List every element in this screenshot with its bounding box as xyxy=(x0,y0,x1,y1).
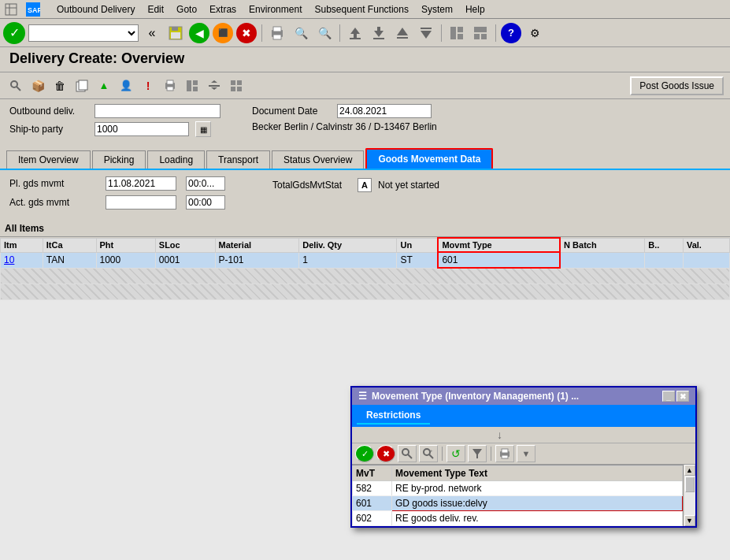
document-date-input[interactable] xyxy=(337,104,432,118)
popup-search2-btn[interactable]: + xyxy=(419,445,438,462)
cell-itm: 10 xyxy=(1,252,43,268)
sub-copy-btn[interactable] xyxy=(72,76,91,95)
popup-table: MvT Movement Type Text 582 RE by-prod. n… xyxy=(352,465,683,526)
cell-val xyxy=(683,252,729,268)
check-button[interactable]: ✓ xyxy=(3,22,25,44)
outbound-deliv-input[interactable] xyxy=(94,104,220,118)
act-gds-mvmt-input[interactable] xyxy=(106,195,176,210)
popup-check-btn[interactable]: ✓ xyxy=(355,445,374,462)
popup-search-btn[interactable] xyxy=(398,445,417,462)
popup-row-582[interactable]: 582 RE by-prod. network xyxy=(353,481,683,496)
menu-extras[interactable]: Extras xyxy=(203,2,243,17)
col-val: Val. xyxy=(683,238,729,252)
sub-find-btn[interactable] xyxy=(6,76,25,95)
back-button[interactable]: « xyxy=(142,23,162,43)
tab-picking[interactable]: Picking xyxy=(92,150,146,169)
popup-minimize-btn[interactable]: _ xyxy=(662,391,675,402)
col-b: B.. xyxy=(645,238,684,252)
popup-title-bar[interactable]: ☰ Movement Type (Inventory Management) (… xyxy=(352,388,695,405)
layout2-button[interactable] xyxy=(470,23,491,43)
pl-gds-mvmt-label: Pl. gds mvmt xyxy=(9,178,96,189)
upload-button[interactable] xyxy=(345,23,365,43)
menu-goto[interactable]: Goto xyxy=(170,2,203,17)
cancel-button[interactable]: ✖ xyxy=(236,23,257,43)
sub-layout3-btn[interactable] xyxy=(183,76,202,95)
menu-subsequent-functions[interactable]: Subsequent Functions xyxy=(308,2,414,17)
act-gds-mvmt-label: Act. gds mvmt xyxy=(9,197,96,208)
svg-rect-15 xyxy=(377,27,380,32)
goods-movement-content: Pl. gds mvmt Act. gds mvmt TotalGdsMvtSt… xyxy=(0,170,730,221)
sub-print2-btn[interactable] xyxy=(161,76,180,95)
svg-rect-40 xyxy=(231,80,235,85)
scroll-down-btn[interactable]: ▼ xyxy=(684,515,695,526)
popup-scrollbar[interactable]: ▲ ▼ xyxy=(683,465,695,526)
popup-cell-text-582: RE by-prod. network xyxy=(392,481,683,496)
svg-marker-11 xyxy=(350,28,360,34)
sub-scale-btn[interactable] xyxy=(205,76,224,95)
download-button[interactable] xyxy=(369,23,389,43)
svg-point-44 xyxy=(402,449,409,455)
tab-goods-movement-data[interactable]: Goods Movement Data xyxy=(365,148,493,169)
cell-pht: 1000 xyxy=(96,252,155,268)
print-button[interactable] xyxy=(267,23,287,43)
post-goods-button[interactable]: Post Goods Issue xyxy=(630,76,724,95)
menu-system[interactable]: System xyxy=(415,2,459,17)
nav-up-button[interactable] xyxy=(392,23,413,43)
sub-grid-btn[interactable] xyxy=(227,76,246,95)
pl-gds-mvmt-time-input[interactable] xyxy=(186,176,225,191)
sub-delete-btn[interactable]: 🗑 xyxy=(50,76,69,95)
scroll-thumb[interactable] xyxy=(685,477,695,492)
svg-rect-25 xyxy=(474,34,480,39)
act-gds-mvmt-time-input[interactable] xyxy=(186,195,225,210)
nav-down-button[interactable] xyxy=(416,23,436,43)
table-title: All Items xyxy=(0,221,730,237)
popup-cancel-btn[interactable]: ✖ xyxy=(376,445,395,462)
settings-button[interactable]: ⚙ xyxy=(524,23,545,43)
popup-refresh-btn[interactable]: ↺ xyxy=(447,445,465,462)
sub-up-btn[interactable]: ▲ xyxy=(94,76,113,95)
command-field[interactable] xyxy=(28,24,139,42)
popup-print-btn[interactable] xyxy=(495,445,514,462)
stop-button[interactable]: ⬛ xyxy=(213,23,233,43)
tab-loading[interactable]: Loading xyxy=(147,150,205,169)
popup-row-602[interactable]: 602 RE goods deliv. rev. xyxy=(353,511,683,526)
sub-excl-btn[interactable]: ! xyxy=(139,76,157,95)
menu-edit[interactable]: Edit xyxy=(141,2,170,17)
popup-close-btn[interactable]: ✖ xyxy=(676,391,689,402)
svg-rect-41 xyxy=(237,80,242,85)
help-button[interactable]: ? xyxy=(501,23,521,43)
save-button[interactable] xyxy=(165,23,186,43)
tab-item-overview[interactable]: Item Overview xyxy=(6,150,91,169)
svg-rect-35 xyxy=(193,80,198,85)
sub-package-btn[interactable]: 📦 xyxy=(28,76,47,95)
pl-gds-mvmt-date-input[interactable] xyxy=(106,176,176,191)
popup-cell-mvt-582: 582 xyxy=(353,481,392,496)
menu-help[interactable]: Help xyxy=(459,2,491,17)
menu-outbound-delivery[interactable]: Outbound Delivery xyxy=(50,2,141,17)
cell-sloc: 0001 xyxy=(155,252,215,268)
sap-icon: SAP xyxy=(25,2,41,17)
tab-transport[interactable]: Transport xyxy=(206,150,270,169)
popup-info-btn[interactable]: ▼ xyxy=(517,445,535,462)
total-gds-label: TotalGdsMvtStat xyxy=(272,180,351,191)
find-button[interactable]: 🔍 xyxy=(291,23,311,43)
svg-rect-0 xyxy=(6,4,17,15)
layout-button[interactable] xyxy=(447,23,467,43)
cell-itca: TAN xyxy=(43,252,96,268)
popup-movement-type: ☰ Movement Type (Inventory Management) (… xyxy=(350,386,697,528)
popup-row-601[interactable]: 601 GD goods issue:delvy xyxy=(353,496,683,511)
cell-material: P-101 xyxy=(215,252,299,268)
prev-button[interactable]: ◀ xyxy=(189,23,209,43)
menu-environment[interactable]: Environment xyxy=(243,2,308,17)
svg-marker-17 xyxy=(397,28,408,35)
app-icon xyxy=(3,2,19,17)
scroll-up-btn[interactable]: ▲ xyxy=(684,465,695,476)
col-itca: ItCa xyxy=(43,238,96,252)
sub-user-btn[interactable]: 👤 xyxy=(117,76,135,95)
ship-to-party-select-btn[interactable]: ▦ xyxy=(195,121,211,137)
tab-status-overview[interactable]: Status Overview xyxy=(272,150,364,169)
find-next-button[interactable]: 🔍 xyxy=(314,23,335,43)
ship-to-party-input[interactable] xyxy=(94,122,189,136)
popup-filter-btn[interactable] xyxy=(468,445,487,462)
popup-tab-restrictions[interactable]: Restrictions xyxy=(357,407,430,425)
